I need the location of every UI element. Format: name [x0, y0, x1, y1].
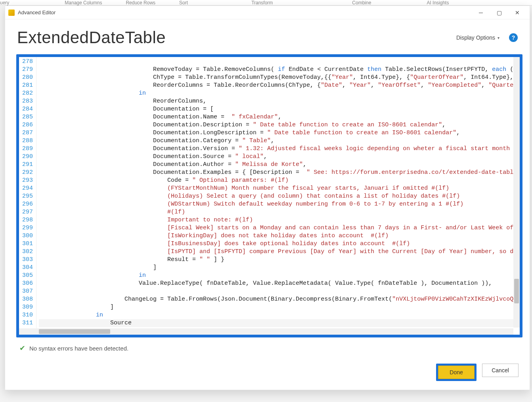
code-line[interactable]: ] — [39, 264, 517, 272]
code-line[interactable]: (FYStartMonthNum) Month number the fisca… — [39, 185, 517, 192]
horizontal-scrollbar[interactable] — [19, 328, 513, 335]
code-line[interactable]: Result = " " ] } — [39, 256, 517, 264]
line-number: 310 — [21, 311, 33, 319]
window-title: Advanced Editor — [18, 10, 55, 15]
powerbi-logo-icon — [8, 10, 15, 16]
line-number: 300 — [21, 232, 33, 240]
check-icon: ✔ — [19, 344, 25, 352]
code-line[interactable]: [IsWorkingDay] does not take holiday dat… — [39, 232, 517, 240]
line-number: 289 — [21, 145, 33, 153]
line-number: 279 — [21, 66, 33, 74]
line-number: 296 — [21, 200, 33, 208]
query-name: ExtendedDateTable — [17, 28, 166, 47]
ribbon-tabs: uery Manage Columns Reduce Rows Sort Tra… — [0, 0, 532, 6]
line-number: 292 — [21, 169, 33, 177]
code-line[interactable]: Documentation.Category = " Table", — [39, 137, 517, 145]
code-line[interactable]: ] — [39, 303, 517, 311]
code-line[interactable]: Documentation.LongDescription = " Date t… — [39, 129, 517, 137]
chevron-down-icon: ▾ — [498, 36, 499, 40]
code-line[interactable]: [IsBusinessDay] does take optional holid… — [39, 240, 517, 248]
line-number-gutter: 2782792802812822832842852862872882892902… — [19, 57, 36, 335]
line-number: 308 — [21, 295, 33, 303]
code-line[interactable]: in — [39, 311, 517, 319]
line-number: 301 — [21, 240, 33, 248]
line-number: 306 — [21, 280, 33, 288]
status-message: No syntax errors have been detected. — [29, 345, 128, 352]
code-line[interactable]: ChType = Table.TransformColumnTypes(Remo… — [39, 74, 517, 82]
code-line[interactable]: (Holidays) Select a query (and column) t… — [39, 192, 517, 200]
line-number: 287 — [21, 129, 33, 137]
code-line[interactable] — [39, 288, 517, 295]
code-editor-frame: 2782792802812822832842852862872882892902… — [16, 54, 522, 337]
code-line[interactable]: [Fiscal Week] starts on a Monday and can… — [39, 224, 517, 232]
line-number: 294 — [21, 185, 33, 192]
line-number: 293 — [21, 177, 33, 185]
code-line[interactable]: Documentation.Author = " Melissa de Kort… — [39, 161, 517, 169]
code-line[interactable]: Value.ReplaceType( fnDateTable, Value.Re… — [39, 280, 517, 288]
code-line[interactable]: #(lf) — [39, 208, 517, 216]
ribbon-item[interactable]: AI Insights — [427, 0, 449, 6]
code-line[interactable]: Documentation.Name = " fxCalendar", — [39, 113, 517, 121]
done-button[interactable]: Done — [438, 366, 475, 379]
code-line[interactable]: Documentation = [ — [39, 105, 517, 113]
code-line[interactable]: RemoveToday = Table.RemoveColumns( if En… — [39, 66, 517, 74]
code-line[interactable]: Source — [39, 319, 517, 327]
cancel-button[interactable]: Cancel — [482, 364, 519, 377]
line-number: 285 — [21, 113, 33, 121]
ribbon-item[interactable]: Transform — [251, 0, 273, 6]
minimize-button[interactable]: ─ — [472, 7, 490, 19]
vertical-scrollbar[interactable] — [513, 57, 520, 328]
ribbon-item[interactable]: uery — [0, 0, 9, 6]
ribbon-item[interactable]: Manage Columns — [65, 0, 102, 6]
line-number: 283 — [21, 97, 33, 105]
line-number: 303 — [21, 256, 33, 264]
code-line[interactable]: in — [39, 90, 517, 97]
footer-buttons: Done Cancel — [5, 352, 530, 390]
line-number: 299 — [21, 224, 33, 232]
display-options-dropdown[interactable]: Display Options ▾ — [454, 33, 502, 42]
line-number: 311 — [21, 319, 33, 327]
line-number: 280 — [21, 74, 33, 82]
code-line[interactable]: Code = " Optional paramters: #(lf) — [39, 177, 517, 185]
code-line[interactable]: Documentation.Version = " 1.32: Adjusted… — [39, 145, 517, 153]
code-line[interactable] — [39, 58, 517, 66]
code-line[interactable]: Documentation.Examples = { [Description … — [39, 169, 517, 177]
code-editor[interactable]: 2782792802812822832842852862872882892902… — [19, 57, 520, 335]
code-content[interactable]: RemoveToday = Table.RemoveColumns( if En… — [36, 57, 520, 335]
line-number: 278 — [21, 58, 33, 66]
line-number: 304 — [21, 264, 33, 272]
advanced-editor-window: Advanced Editor ─ ▢ ✕ ExtendedDateTable … — [5, 6, 530, 390]
code-line[interactable]: in — [39, 272, 517, 280]
code-line[interactable]: Documentation.Source = " local", — [39, 153, 517, 161]
line-number: 291 — [21, 161, 33, 169]
code-line[interactable]: [IsPYTD] and [IsPFYTD] compare Previous … — [39, 248, 517, 256]
line-number: 307 — [21, 288, 33, 295]
vertical-scroll-thumb[interactable] — [514, 279, 519, 303]
line-number: 286 — [21, 121, 33, 129]
display-options-label: Display Options — [456, 34, 495, 41]
code-line[interactable]: ReorderColumns, — [39, 97, 517, 105]
line-number: 297 — [21, 208, 33, 216]
line-number: 298 — [21, 216, 33, 224]
ribbon-item[interactable]: Reduce Rows — [126, 0, 155, 6]
code-line[interactable]: Important to note: #(lf) — [39, 216, 517, 224]
header: ExtendedDateTable Display Options ▾ ? — [5, 19, 530, 51]
line-number: 302 — [21, 248, 33, 256]
line-number: 295 — [21, 192, 33, 200]
ribbon-item[interactable]: Combine — [352, 0, 371, 6]
code-line[interactable]: ReorderColumns = Table.ReorderColumns(Ch… — [39, 82, 517, 90]
horizontal-scroll-thumb[interactable] — [39, 329, 110, 334]
maximize-button[interactable]: ▢ — [490, 7, 508, 19]
line-number: 288 — [21, 137, 33, 145]
ribbon-item[interactable]: Sort — [179, 0, 188, 6]
line-number: 284 — [21, 105, 33, 113]
line-number: 305 — [21, 272, 33, 280]
close-button[interactable]: ✕ — [508, 7, 526, 19]
code-line[interactable]: Documentation.Description = " Date table… — [39, 121, 517, 129]
line-number: 281 — [21, 82, 33, 90]
code-line[interactable]: (WDStartNum) Switch default weekday numb… — [39, 200, 517, 208]
help-icon[interactable]: ? — [509, 33, 518, 42]
code-line[interactable]: ChangeLog = Table.FromRows(Json.Document… — [39, 295, 517, 303]
line-number: 309 — [21, 303, 33, 311]
line-number: 290 — [21, 153, 33, 161]
